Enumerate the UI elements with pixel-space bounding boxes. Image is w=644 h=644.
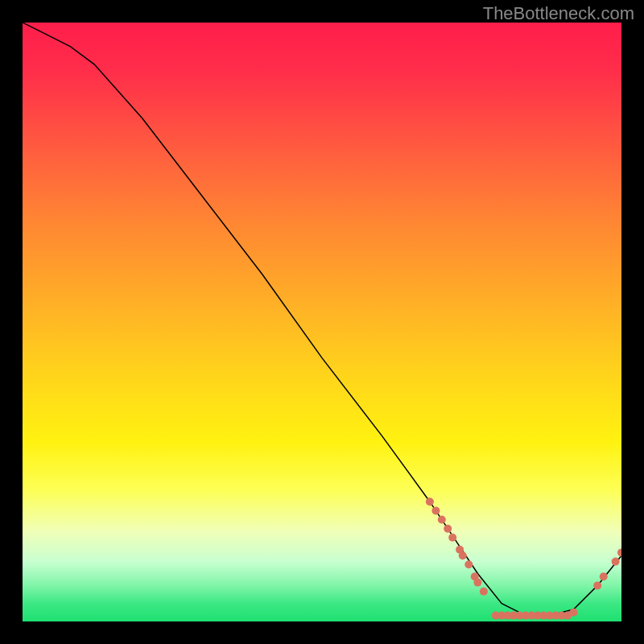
data-point	[612, 558, 620, 566]
curve-line	[23, 23, 621, 616]
data-point	[600, 572, 608, 580]
data-point	[570, 609, 578, 617]
data-point	[426, 497, 434, 506]
chart-plot-area	[23, 23, 621, 621]
data-point	[473, 579, 481, 587]
data-point	[480, 588, 488, 596]
watermark-text: TheBottleneck.com	[483, 3, 634, 24]
data-point	[459, 551, 467, 559]
data-point	[438, 516, 446, 524]
scatter-dots	[426, 497, 621, 619]
data-point	[431, 506, 440, 514]
data-point	[464, 560, 473, 568]
chart-svg	[23, 23, 621, 621]
data-point	[617, 548, 621, 556]
data-point	[448, 534, 456, 542]
data-point	[444, 525, 452, 533]
data-point	[593, 581, 601, 589]
